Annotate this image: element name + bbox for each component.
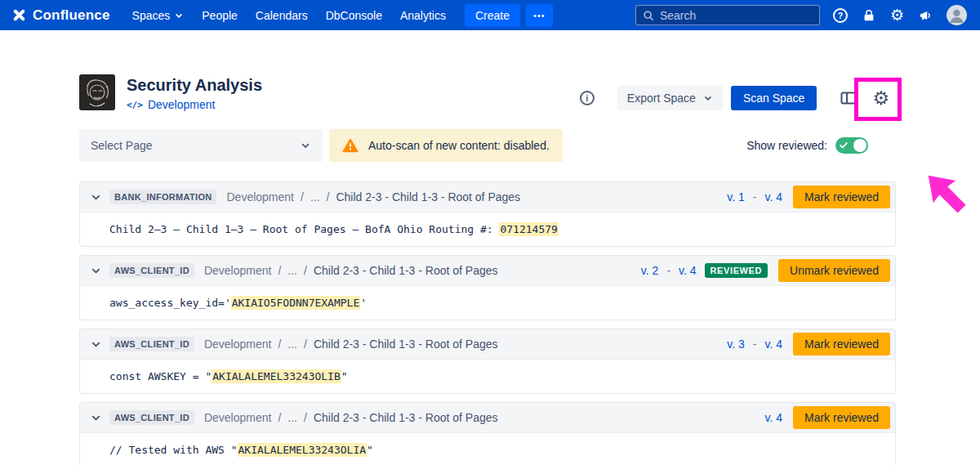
breadcrumb-page[interactable]: Child 2-3 - Child 1-3 - Root of Pages [314, 411, 498, 424]
breadcrumb: Development / ... / Child 2-3 - Child 1-… [226, 190, 520, 203]
findings-list: BANK_INFORMATION Development / ... / Chi… [79, 181, 896, 465]
nav-spaces-label: Spaces [132, 9, 171, 22]
select-page-label: Select Page [91, 139, 153, 152]
controls-row: Select Page Auto-scan of new content: di… [79, 129, 896, 162]
show-reviewed-label: Show reviewed: [746, 139, 827, 152]
finding-card: AWS_CLIENT_ID Development / ... / Child … [79, 402, 896, 465]
version-to-link[interactable]: v. 4 [764, 190, 782, 203]
breadcrumb-page[interactable]: Child 2-3 - Child 1-3 - Root of Pages [336, 190, 520, 203]
chevron-down-icon [300, 140, 311, 151]
show-reviewed-control: Show reviewed: [746, 137, 868, 154]
space-meta: Security Analysis </> Development [127, 74, 262, 111]
megaphone-icon [918, 8, 933, 23]
version-link[interactable]: v. 4 [764, 411, 782, 424]
collapse-chevron-icon[interactable] [90, 265, 102, 277]
finding-header: AWS_CLIENT_ID Development / ... / Child … [80, 403, 895, 433]
lock-icon [862, 8, 876, 23]
space-actions: i Export Space Scan Space ⚙ [580, 85, 896, 111]
nav-spaces[interactable]: Spaces [123, 9, 194, 22]
breadcrumb-space[interactable]: Development [204, 264, 272, 277]
admin-settings-button[interactable]: ⚙ [890, 7, 904, 23]
breadcrumb-page[interactable]: Child 2-3 - Child 1-3 - Root of Pages [314, 264, 498, 277]
chevron-down-icon [174, 11, 184, 20]
code-text: ' [360, 297, 367, 309]
breadcrumb-space[interactable]: Development [204, 411, 272, 424]
announcements-button[interactable] [918, 8, 933, 23]
nav-analytics[interactable]: Analytics [391, 9, 455, 22]
finding-card: BANK_INFORMATION Development / ... / Chi… [79, 181, 896, 247]
warning-text: Auto-scan of new content: disabled. [368, 139, 550, 152]
space-settings-button[interactable]: ⚙ [872, 89, 889, 108]
mark-reviewed-button[interactable]: Mark reviewed [793, 186, 890, 208]
mark-reviewed-button[interactable]: Mark reviewed [793, 406, 890, 429]
restrictions-button[interactable] [862, 8, 876, 23]
finding-actions: v. 3 - v. 4 Mark reviewed [727, 333, 890, 355]
code-text: aws_access_key_id=' [109, 297, 231, 309]
export-space-button[interactable]: Export Space [617, 86, 723, 110]
collapse-chevron-icon[interactable] [90, 191, 102, 203]
finding-snippet: aws_access_key_id='AKIAIO5FODNN7EXAMPLE' [80, 286, 895, 320]
breadcrumb-ellipsis[interactable]: ... [287, 338, 297, 351]
finding-card: AWS_CLIENT_ID Development / ... / Child … [79, 329, 896, 394]
breadcrumb: Development / ... / Child 2-3 - Child 1-… [204, 411, 498, 424]
version-from-link[interactable]: v. 2 [641, 264, 659, 277]
scan-space-button[interactable]: Scan Space [731, 86, 817, 110]
space-avatar [79, 74, 115, 110]
breadcrumb-ellipsis[interactable]: ... [287, 411, 297, 424]
toggle-knob [853, 139, 866, 152]
export-space-label: Export Space [627, 92, 696, 105]
mark-reviewed-button[interactable]: Mark reviewed [793, 333, 890, 355]
breadcrumb-separator: / [278, 411, 281, 424]
breadcrumb-space[interactable]: Development [226, 190, 294, 203]
search-input[interactable]: Search [635, 5, 820, 25]
finding-snippet: const AWSKEY = "AKIALALEMEL33243OLIB" [80, 360, 895, 393]
dev-space-icon: </> [127, 100, 143, 110]
space-link[interactable]: </> Development [127, 98, 262, 111]
person-icon [947, 5, 967, 25]
help-button[interactable]: ? [833, 8, 848, 23]
version-from-link[interactable]: v. 1 [727, 190, 745, 203]
show-reviewed-toggle[interactable] [835, 137, 868, 154]
breadcrumb-separator: / [304, 264, 307, 277]
annotation-arrow [921, 168, 972, 219]
unmark-reviewed-button[interactable]: Unmark reviewed [778, 259, 890, 282]
version-to-link[interactable]: v. 4 [764, 338, 782, 351]
collapse-chevron-icon[interactable] [90, 338, 102, 351]
page-content: Security Analysis </> Development i Expo… [79, 74, 896, 465]
info-icon[interactable]: i [580, 91, 595, 105]
select-page-dropdown[interactable]: Select Page [79, 129, 323, 162]
finding-type-badge: AWS_CLIENT_ID [109, 337, 194, 351]
breadcrumb-separator: / [304, 338, 307, 351]
nav-dbconsole[interactable]: DbConsole [317, 9, 391, 22]
autoscan-warning-banner: Auto-scan of new content: disabled. [329, 129, 563, 162]
finding-snippet: // Tested with AWS "AKIALALEMEL33243OLIA… [80, 433, 895, 465]
help-icon: ? [833, 8, 848, 23]
breadcrumb-space[interactable]: Development [204, 338, 272, 351]
reviewed-badge: REVIEWED [705, 263, 768, 278]
code-text: Child 2–3 – Child 1–3 – Root of Pages – … [109, 223, 499, 235]
confluence-logo[interactable]: Confluence [11, 7, 110, 24]
code-text: " [341, 370, 348, 382]
top-nav: Confluence Spaces People Calendars DbCon… [0, 0, 980, 30]
space-avatar-image [79, 74, 115, 110]
version-from-link[interactable]: v. 3 [727, 338, 745, 351]
finding-card: AWS_CLIENT_ID Development / ... / Child … [79, 255, 896, 320]
board-view-button[interactable] [839, 88, 858, 108]
profile-button[interactable] [947, 5, 967, 25]
finding-actions: v. 4 Mark reviewed [764, 406, 890, 429]
nav-more-button[interactable]: ••• [526, 4, 553, 27]
confluence-logo-icon [11, 7, 27, 23]
breadcrumb-ellipsis[interactable]: ... [287, 264, 297, 277]
nav-people[interactable]: People [193, 9, 247, 22]
breadcrumb-ellipsis[interactable]: ... [310, 190, 320, 203]
secret-highlight: AKIALALEMEL33243OLIB [212, 369, 341, 383]
breadcrumb-page[interactable]: Child 2-3 - Child 1-3 - Root of Pages [314, 338, 498, 351]
collapse-chevron-icon[interactable] [90, 412, 102, 424]
create-button[interactable]: Create [465, 4, 520, 27]
version-to-link[interactable]: v. 4 [679, 264, 697, 277]
nav-icon-cluster: ? ⚙ [833, 5, 967, 25]
breadcrumb-separator: / [278, 338, 281, 351]
breadcrumb-separator: / [278, 264, 281, 277]
nav-calendars[interactable]: Calendars [247, 9, 317, 22]
secret-highlight: AKIAIO5FODNN7EXAMPLE [231, 296, 361, 310]
